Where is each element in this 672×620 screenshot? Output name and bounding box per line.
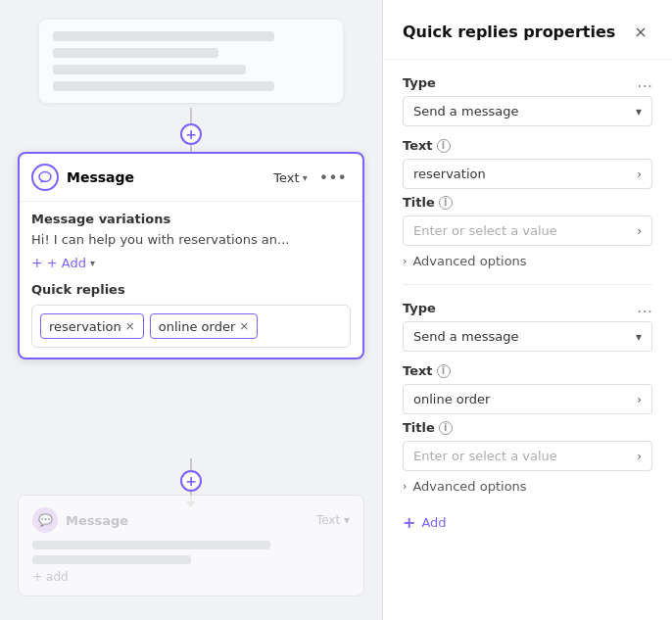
connector-line [190, 458, 192, 470]
advanced-chevron-icon-2: › [403, 480, 407, 493]
text-input-2[interactable]: online order › [403, 384, 652, 414]
connector-line [190, 108, 192, 123]
top-card-line [53, 81, 274, 91]
add-node-button[interactable]: + [180, 123, 202, 145]
input-arrow-icon-3: › [637, 450, 642, 463]
title-placeholder: Enter or select a value [413, 223, 557, 238]
type-label: Type [403, 75, 436, 90]
section-2: Type ⋯ Send a message ▾ Text i online or… [403, 301, 652, 494]
message-card-title: Message [67, 169, 265, 185]
right-panel: Quick replies properties × Type ⋯ Send a… [382, 0, 672, 620]
add-variation-button[interactable]: + + Add ▾ [31, 255, 351, 270]
add-button[interactable]: + Add [403, 509, 652, 532]
title-placeholder-2: Enter or select a value [413, 449, 557, 463]
type-select[interactable]: Send a message ▾ [403, 96, 652, 126]
message-card-header: Message Text ▾ ••• [20, 154, 362, 202]
bottom-card-title: Message [66, 513, 128, 528]
left-panel: + Message Text ▾ ••• Message variations … [0, 0, 382, 620]
tag-online-order[interactable]: online order × [150, 313, 259, 339]
bottom-card-line [32, 555, 191, 564]
close-button[interactable]: × [629, 20, 652, 43]
bottom-card-line [32, 541, 270, 549]
type-chevron-icon: ▾ [303, 172, 308, 183]
advanced-label: Advanced options [412, 254, 526, 268]
section-1: Type ⋯ Send a message ▾ Text i reservati… [403, 75, 652, 268]
message-type-badge[interactable]: Text ▾ [273, 170, 307, 185]
message-card-body: Message variations Hi! I can help you wi… [20, 202, 362, 358]
add-label: Add [421, 515, 446, 530]
input-arrow-icon-2: › [637, 393, 642, 406]
title-label-2: Title i [403, 420, 652, 435]
type-label: Text [273, 170, 299, 185]
tag-label: online order [159, 319, 235, 334]
variations-label: Message variations [31, 212, 351, 226]
add-chevron-icon: ▾ [90, 258, 95, 268]
text-label: Text i [403, 138, 652, 153]
quick-replies-label: Quick replies [31, 282, 351, 297]
advanced-options-2[interactable]: › Advanced options [403, 479, 652, 494]
type-field-row: Type ⋯ [403, 75, 652, 96]
message-icon [31, 164, 59, 191]
section2-more-button[interactable]: ⋯ [637, 302, 652, 320]
bottom-card-add: + add [32, 570, 350, 584]
top-card-line [53, 31, 274, 41]
text-info-icon-2: i [437, 364, 451, 378]
text-input[interactable]: reservation › [403, 159, 652, 189]
title-input[interactable]: Enter or select a value › [403, 215, 652, 246]
bottom-card-icon: 💬 [32, 507, 58, 533]
text-info-icon: i [437, 139, 451, 153]
right-panel-body: Type ⋯ Send a message ▾ Text i reservati… [383, 60, 672, 620]
right-panel-header: Quick replies properties × [383, 0, 672, 60]
tag-close-button[interactable]: × [125, 320, 135, 332]
top-card-line [53, 48, 218, 58]
tag-label: reservation [49, 319, 121, 334]
tag-close-button[interactable]: × [239, 320, 249, 332]
title-label: Title i [403, 195, 652, 210]
plus-icon: + [32, 570, 42, 584]
type-value: Send a message [413, 104, 518, 119]
svg-point-0 [39, 172, 51, 182]
type-select-2[interactable]: Send a message ▾ [403, 321, 652, 352]
type-label-2: Type [403, 301, 436, 315]
bottom-card-type: Text ▾ [316, 513, 350, 527]
input-arrow-icon: › [637, 224, 642, 238]
top-card [39, 20, 343, 103]
add-label: add [46, 570, 69, 584]
bottom-card: 💬 Message Text ▾ + add [18, 495, 364, 596]
advanced-options-1[interactable]: › Advanced options [403, 254, 652, 268]
tag-reservation[interactable]: reservation × [40, 313, 144, 339]
plus-icon: + [31, 255, 43, 270]
type-value-2: Send a message [413, 329, 518, 344]
tags-container: reservation × online order × [31, 305, 351, 348]
bottom-card-header: 💬 Message Text ▾ [32, 507, 350, 533]
add-label: + Add [47, 256, 86, 270]
add-node-bottom-button[interactable]: + [180, 470, 202, 492]
title-info-icon: i [439, 196, 453, 210]
top-card-line [53, 65, 246, 74]
variation-text: Hi! I can help you with reservations an.… [31, 232, 351, 247]
select-chevron-icon: ▾ [636, 105, 642, 119]
select-chevron-icon-2: ▾ [636, 330, 642, 344]
advanced-label-2: Advanced options [412, 479, 526, 494]
add-plus-icon: + [403, 513, 415, 532]
text-value-2: online order [413, 392, 490, 406]
advanced-chevron-icon: › [403, 255, 407, 267]
divider [403, 284, 652, 285]
title-input-2[interactable]: Enter or select a value › [403, 441, 652, 471]
title-info-icon-2: i [439, 421, 453, 435]
input-arrow-icon: › [637, 167, 642, 181]
text-value: reservation [413, 167, 486, 181]
message-card: Message Text ▾ ••• Message variations Hi… [18, 152, 364, 359]
message-more-button[interactable]: ••• [315, 168, 351, 187]
text-label-2: Text i [403, 363, 652, 378]
section1-more-button[interactable]: ⋯ [637, 76, 652, 95]
panel-title: Quick replies properties [403, 23, 615, 41]
type-field-row-2: Type ⋯ [403, 301, 652, 321]
